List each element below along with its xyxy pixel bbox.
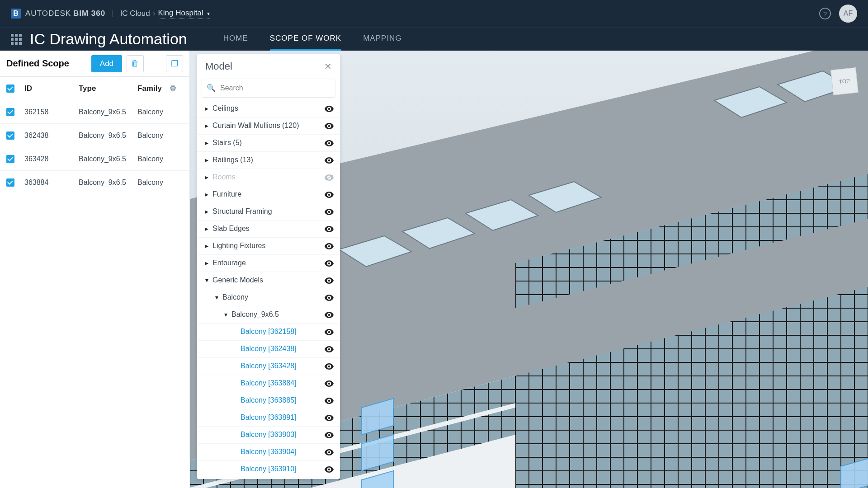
tree-node[interactable]: ▸Balcony_4x4 bbox=[197, 478, 340, 479]
nav-tab-scope-of-work[interactable]: SCOPE OF WORK bbox=[270, 28, 341, 51]
model-panel-title: Model bbox=[205, 61, 232, 72]
tree-node[interactable]: ▸Curtain Wall Mullions (120) bbox=[197, 117, 340, 135]
tree-node[interactable]: Balcony [362158] bbox=[197, 324, 340, 341]
table-row[interactable]: 362438Balcony_9x6.5Balcony bbox=[0, 124, 189, 147]
visibility-toggle[interactable] bbox=[324, 396, 334, 404]
apps-grid-icon[interactable] bbox=[11, 34, 22, 45]
visibility-toggle[interactable] bbox=[324, 207, 334, 216]
tree-node[interactable]: ▾Generic Models bbox=[197, 272, 340, 289]
table-row[interactable]: 362158Balcony_9x6.5Balcony bbox=[0, 100, 189, 124]
visibility-toggle[interactable] bbox=[324, 310, 334, 319]
add-button[interactable]: Add bbox=[91, 55, 122, 72]
visibility-toggle[interactable] bbox=[324, 156, 334, 164]
select-all-checkbox[interactable] bbox=[6, 84, 14, 93]
visibility-toggle[interactable] bbox=[324, 448, 334, 456]
tree-label: Furniture bbox=[212, 190, 324, 198]
visibility-toggle[interactable] bbox=[324, 379, 334, 387]
visibility-toggle[interactable] bbox=[324, 259, 334, 267]
expand-toggle-icon[interactable]: ▾ bbox=[203, 277, 210, 284]
visibility-toggle[interactable] bbox=[324, 122, 334, 130]
window-button[interactable]: ❐ bbox=[166, 55, 183, 72]
gear-icon[interactable]: ⚙ bbox=[170, 84, 183, 93]
tree-node[interactable]: Balcony [363428] bbox=[197, 358, 340, 375]
svg-point-32 bbox=[328, 263, 330, 264]
tree-node[interactable]: Balcony [363904] bbox=[197, 444, 340, 461]
svg-point-35 bbox=[328, 314, 330, 316]
model-search[interactable]: 🔍 bbox=[202, 79, 335, 98]
tree-node[interactable]: Balcony [363884] bbox=[197, 375, 340, 392]
search-input[interactable] bbox=[220, 84, 330, 92]
visibility-toggle[interactable] bbox=[324, 362, 334, 370]
tree-node[interactable]: ▸Ceilings bbox=[197, 100, 340, 117]
tree-node[interactable]: ▸Slab Edges bbox=[197, 221, 340, 238]
visibility-toggle[interactable] bbox=[324, 293, 334, 301]
expand-toggle-icon[interactable]: ▸ bbox=[203, 139, 210, 146]
tree-label: Balcony [363428] bbox=[241, 362, 324, 370]
expand-toggle-icon[interactable]: ▸ bbox=[203, 225, 210, 232]
tree-label: Balcony [363891] bbox=[241, 413, 324, 422]
tree-node[interactable]: ▾Balcony_9x6.5 bbox=[197, 306, 340, 324]
breadcrumb-root[interactable]: IC Cloud bbox=[120, 9, 150, 18]
view-cube[interactable]: TOP bbox=[830, 67, 859, 95]
close-icon[interactable]: ✕ bbox=[324, 61, 332, 72]
visibility-toggle[interactable] bbox=[324, 104, 334, 113]
help-icon[interactable]: ? bbox=[819, 8, 831, 19]
tree-node[interactable]: Balcony [363891] bbox=[197, 409, 340, 427]
tree-node[interactable]: Balcony [363903] bbox=[197, 427, 340, 444]
tree-node[interactable]: ▸Entourage bbox=[197, 255, 340, 272]
column-family[interactable]: Family bbox=[137, 84, 170, 93]
tree-node[interactable]: Balcony [363885] bbox=[197, 392, 340, 409]
expand-toggle-icon[interactable]: ▸ bbox=[203, 208, 210, 215]
row-checkbox[interactable] bbox=[6, 131, 14, 140]
expand-toggle-icon[interactable]: ▸ bbox=[203, 259, 210, 267]
tree-node[interactable]: ▸Rooms bbox=[197, 169, 340, 186]
expand-toggle-icon[interactable]: ▸ bbox=[203, 105, 210, 112]
visibility-toggle[interactable] bbox=[324, 328, 334, 336]
column-type[interactable]: Type bbox=[79, 84, 137, 93]
table-row[interactable]: 363428Balcony_9x6.5Balcony bbox=[0, 147, 189, 171]
expand-toggle-icon[interactable]: ▾ bbox=[222, 311, 229, 318]
home-icon[interactable]: ⌂ bbox=[820, 57, 827, 70]
tree-label: Balcony [362158] bbox=[241, 328, 324, 336]
expand-toggle-icon[interactable]: ▸ bbox=[203, 122, 210, 129]
tree-node[interactable]: ▸Lighting Fixtures bbox=[197, 238, 340, 255]
row-checkbox[interactable] bbox=[6, 155, 14, 163]
tree-node[interactable]: ▸Railings (13) bbox=[197, 152, 340, 169]
table-row[interactable]: 363884Balcony_9x6.5Balcony bbox=[0, 171, 189, 194]
cell-id: 363884 bbox=[24, 178, 79, 187]
delete-button[interactable]: 🗑 bbox=[127, 55, 144, 72]
tree-node[interactable]: ▸Furniture bbox=[197, 186, 340, 203]
nav-tab-home[interactable]: HOME bbox=[223, 28, 248, 51]
nav-tab-mapping[interactable]: MAPPING bbox=[363, 28, 401, 51]
visibility-toggle[interactable] bbox=[324, 413, 334, 422]
expand-toggle-icon[interactable]: ▸ bbox=[203, 156, 210, 164]
tree-label: Rooms bbox=[212, 173, 324, 181]
visibility-toggle[interactable] bbox=[324, 465, 334, 473]
expand-toggle-icon[interactable]: ▸ bbox=[203, 242, 210, 249]
user-avatar[interactable]: AF bbox=[839, 5, 857, 23]
visibility-toggle[interactable] bbox=[324, 173, 334, 181]
row-checkbox[interactable] bbox=[6, 178, 14, 187]
column-id[interactable]: ID bbox=[24, 84, 79, 93]
cell-family: Balcony bbox=[137, 178, 183, 187]
row-checkbox[interactable] bbox=[6, 108, 14, 116]
visibility-toggle[interactable] bbox=[324, 225, 334, 233]
visibility-toggle[interactable] bbox=[324, 242, 334, 250]
visibility-toggle[interactable] bbox=[324, 139, 334, 147]
visibility-toggle[interactable] bbox=[324, 345, 334, 353]
breadcrumb-current[interactable]: King Hospital ▾ bbox=[158, 9, 210, 19]
tree-node[interactable]: ▾Balcony bbox=[197, 289, 340, 306]
tree-node[interactable]: Balcony [362438] bbox=[197, 341, 340, 358]
svg-point-38 bbox=[328, 366, 330, 367]
expand-toggle-icon[interactable]: ▸ bbox=[203, 191, 210, 198]
tree-node[interactable]: Balcony [363910] bbox=[197, 461, 340, 478]
visibility-toggle[interactable] bbox=[324, 190, 334, 198]
expand-toggle-icon[interactable]: ▸ bbox=[203, 174, 210, 181]
visibility-toggle[interactable] bbox=[324, 431, 334, 439]
tree-node[interactable]: ▸Stairs (5) bbox=[197, 135, 340, 152]
svg-point-31 bbox=[328, 245, 330, 247]
tree-node[interactable]: ▸Structural Framing bbox=[197, 203, 340, 221]
expand-toggle-icon[interactable]: ▾ bbox=[213, 294, 220, 301]
scope-title: Defined Scope bbox=[6, 58, 69, 69]
visibility-toggle[interactable] bbox=[324, 276, 334, 284]
